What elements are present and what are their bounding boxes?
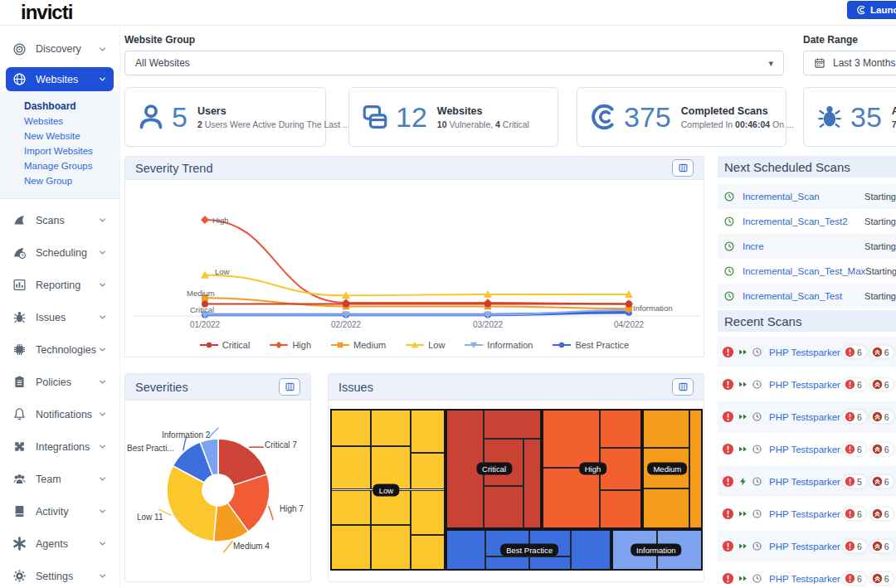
sidebar-sublink-dashboard[interactable]: Dashboard — [24, 99, 119, 114]
badge-count: 6 — [884, 347, 889, 357]
scheduled-scan-link[interactable]: Incremental_Scan_Test — [743, 291, 842, 301]
sidebar-sublink-websites[interactable]: Websites — [24, 114, 119, 129]
high-count-badge: 6 — [869, 410, 894, 424]
main-content: Website Group All Websites ▾ Date Range … — [120, 26, 896, 588]
clock-icon — [752, 508, 762, 519]
stat-value: 12 — [396, 101, 427, 134]
website-group-select[interactable]: All Websites ▾ — [124, 51, 784, 75]
recent-scan-link[interactable]: PHP Testsparker — [769, 574, 840, 584]
exclamation-circle-icon — [722, 508, 734, 520]
sidebar-item-settings[interactable]: Settings — [6, 560, 114, 588]
sidebar-item-label: Scheduling — [36, 247, 98, 259]
badge-count: 6 — [857, 509, 862, 519]
sidebar-item-scheduling[interactable]: Scheduling — [6, 236, 114, 269]
sidebar-item-scans[interactable]: Scans — [6, 204, 114, 236]
sidebar-sublink-import-websites[interactable]: Import Websites — [24, 143, 119, 158]
svg-text:High: High — [212, 216, 229, 225]
sidebar-item-discovery[interactable]: Discovery — [6, 36, 114, 61]
date-range-value: Last 3 Months — [833, 57, 895, 69]
sidebar-item-issues[interactable]: Issues — [6, 301, 114, 333]
recent-scan-row: PHP Testsparker564 — [718, 466, 896, 497]
scheduled-scan-link[interactable]: Incremental_Scan_Test2 — [743, 216, 848, 226]
recent-scan-row: PHP Testsparker664 — [718, 369, 896, 400]
clock-icon — [752, 476, 762, 487]
recent-scan-link[interactable]: PHP Testsparker — [769, 347, 840, 357]
sidebar-item-policies[interactable]: Policies — [6, 366, 114, 398]
exclamation-circle-icon — [845, 347, 855, 357]
puzzle-icon — [12, 440, 27, 454]
severities-table-view-button[interactable] — [279, 378, 300, 396]
date-range-label: Date Range — [803, 34, 896, 46]
severity-badges: 664 — [842, 507, 896, 521]
treemap-cell-critical — [523, 439, 542, 529]
flash-icon — [738, 476, 748, 487]
treemap-cell-low — [411, 535, 446, 571]
badge-count: 6 — [857, 445, 862, 454]
sidebar-sublink-new-website[interactable]: New Website — [24, 129, 119, 143]
website-group-value: All Websites — [135, 57, 190, 69]
trend-table-view-button[interactable] — [672, 159, 694, 177]
high-count-badge: 6 — [869, 571, 894, 586]
recent-scan-link[interactable]: PHP Testsparker — [769, 380, 840, 390]
issues-table-view-button[interactable] — [672, 378, 694, 396]
clock-icon — [752, 379, 762, 390]
sidebar-sublink-new-group[interactable]: New Group — [24, 173, 119, 188]
scheduled-scan-link[interactable]: Incre — [743, 241, 764, 251]
sidebar-item-label: Activity — [36, 506, 98, 518]
clock-icon — [723, 191, 735, 202]
recent-scan-link[interactable]: PHP Testsparker — [769, 509, 840, 519]
sidebar-item-technologies[interactable]: Technologies — [6, 333, 114, 366]
badge-count: 5 — [857, 477, 862, 487]
chevron-down-icon — [98, 313, 107, 322]
stat-subtext: 2 Users Were Active During The Last ... — [197, 119, 350, 129]
sidebar-item-websites[interactable]: Websites — [6, 67, 114, 91]
sidebar-item-activity[interactable]: Activity — [6, 495, 114, 527]
clock-icon — [752, 411, 762, 422]
severity-badges: 664 — [842, 571, 896, 586]
sidebar-item-team[interactable]: Team — [6, 463, 114, 495]
severity-trend-panel: Severity Trend 01/202202/202203/202204/2… — [124, 156, 704, 357]
critical-count-badge: 6 — [842, 442, 867, 456]
chevrons-up-icon — [872, 573, 883, 584]
recent-scan-link[interactable]: PHP Testsparker — [769, 477, 840, 487]
recent-scan-row: PHP Testsparker664 — [718, 498, 896, 529]
chevron-down-icon — [98, 45, 107, 54]
recent-scans-title: Recent Scans — [718, 310, 896, 332]
treemap-cell-best-practice — [446, 529, 485, 571]
launch-button[interactable]: Launch — [847, 1, 896, 19]
sidebar-item-label: Notifications — [36, 409, 98, 420]
sidebar-item-notifications[interactable]: Notifications — [6, 398, 114, 430]
launch-label: Launch — [870, 5, 896, 15]
recent-scan-link[interactable]: PHP Testsparker — [769, 542, 840, 552]
severity-trend-title: Severity Trend — [135, 162, 672, 175]
clock-icon — [723, 216, 735, 227]
legend-item-medium: Medium — [331, 340, 386, 350]
sidebar-item-label: Integrations — [36, 441, 98, 453]
severity-badges: 564 — [842, 474, 896, 488]
sidebar-item-agents[interactable]: Agents — [6, 527, 114, 560]
recent-scan-link[interactable]: PHP Testsparker — [769, 412, 840, 422]
svg-text:02/2022: 02/2022 — [331, 320, 362, 329]
recent-scan-link[interactable]: PHP Testsparker — [769, 445, 840, 454]
scheduled-scan-row: Incremental_ScanStarting — [718, 184, 896, 209]
scheduled-scan-link[interactable]: Incremental_Scan_Test_Max — [743, 266, 865, 276]
date-range-select[interactable]: Last 3 Months — [803, 51, 896, 75]
treemap-group-label: Critical — [476, 463, 512, 475]
sidebar-sublink-manage-groups[interactable]: Manage Groups — [24, 158, 119, 173]
bug-icon — [12, 310, 27, 324]
scheduled-scan-link[interactable]: Incremental_Scan — [743, 192, 820, 202]
badge-count: 6 — [884, 445, 889, 454]
table-grid-icon — [285, 381, 295, 392]
chevrons-up-icon — [872, 347, 883, 357]
sidebar-item-integrations[interactable]: Integrations — [6, 430, 114, 463]
table-grid-icon — [678, 163, 689, 173]
bug-icon — [816, 103, 844, 131]
exclamation-circle-icon — [722, 475, 734, 488]
scheduled-scan-status: Starting — [864, 192, 896, 202]
issues-header: Issues — [329, 374, 704, 401]
chevron-down-icon — [98, 216, 107, 225]
sidebar-item-reporting[interactable]: Reporting — [6, 269, 114, 301]
severities-donut-chart: Critical 7High 7Medium 4Low 11Best Pract… — [125, 401, 312, 581]
treemap-cell-high — [600, 490, 643, 529]
chevron-down-icon — [98, 539, 107, 548]
